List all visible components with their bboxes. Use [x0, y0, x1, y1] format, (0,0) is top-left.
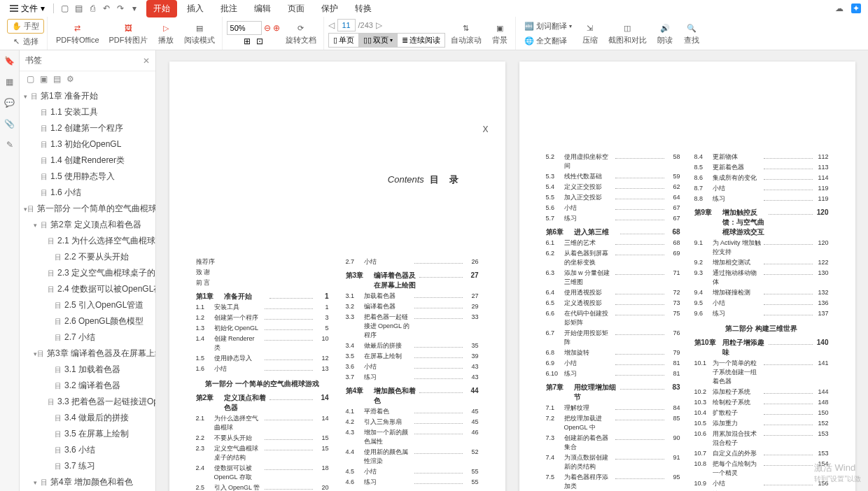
attachment-panel-icon[interactable]: 📎: [4, 118, 16, 130]
translate-full-icon: 🌐: [524, 36, 534, 45]
tab-1[interactable]: 插入: [180, 0, 211, 17]
file-menu[interactable]: 文件 ▾: [6, 1, 49, 16]
toc-entry: 4.3增加一个新的颜色属性46: [346, 428, 479, 446]
toc-entry: 8.4更新物体112: [694, 152, 829, 162]
bookmark-item[interactable]: 目3.2 编译着色器: [20, 378, 155, 394]
tab-2[interactable]: 批注: [214, 0, 244, 17]
find[interactable]: 🔍查找: [679, 20, 704, 47]
bookmark-item[interactable]: 目2.3 定义空气曲棍球桌子的结构: [20, 265, 155, 281]
bookmark-item[interactable]: 目2.4 使数据可以被OpenGL存取: [20, 281, 155, 297]
compress-icon: ⇲: [583, 21, 597, 35]
comment-panel-icon[interactable]: 💬: [4, 97, 16, 109]
view-single[interactable]: ▯单页: [328, 33, 359, 48]
new-bookmark-icon[interactable]: ▢: [27, 74, 34, 84]
compare-icon: ◫: [620, 21, 634, 35]
next-page-icon[interactable]: ▷: [376, 20, 382, 30]
tab-6[interactable]: 转换: [348, 0, 379, 17]
compress[interactable]: ⇲压缩: [578, 20, 603, 47]
bookmark-item[interactable]: ▾目第3章 编译着色器及在屏幕上绘图: [20, 346, 155, 362]
cursor-icon: ↖: [11, 36, 21, 46]
convert-office-icon: ⇄: [71, 21, 85, 35]
zoom-input[interactable]: [227, 21, 262, 35]
fit-page-icon[interactable]: ⊡: [256, 36, 263, 46]
bookmark-item[interactable]: 目2.2 不要从头开始: [20, 249, 155, 265]
prev-page-icon[interactable]: ◁: [328, 20, 335, 30]
bookmark-item[interactable]: ▾目第4章 增加颜色和着色: [20, 474, 155, 490]
thumbnail-panel-icon[interactable]: ▦: [4, 76, 16, 88]
tab-5[interactable]: 保护: [314, 0, 345, 17]
full-translate[interactable]: 🌐全文翻译: [520, 34, 576, 48]
cloud-icon[interactable]: ☁: [834, 3, 844, 13]
bookmark-panel-icon[interactable]: 🔖: [4, 55, 16, 67]
select-tool[interactable]: ↖选择: [7, 35, 44, 48]
menubar: 文件 ▾ ▢ ▤ ⎙ ↶ ↷ ▾ 开始插入批注编辑页面保护转换 ☁ ✦: [0, 0, 868, 17]
bookmark-item[interactable]: 目1.5 使用静态导入: [20, 169, 155, 185]
view-continuous[interactable]: ≣连续阅读: [398, 33, 445, 48]
bookmark-item[interactable]: 目2.5 引入OpenGL管道: [20, 297, 155, 313]
tab-0[interactable]: 开始: [146, 0, 177, 17]
settings-gear-icon[interactable]: ⚙: [66, 74, 74, 84]
bookmark-item[interactable]: 目2.6 OpenGL颜色模型: [20, 313, 155, 329]
close-sidebar-icon[interactable]: ✕: [143, 56, 150, 66]
toc-entry: 8.8练习119: [694, 194, 829, 204]
bookmark-item[interactable]: 目1.3 初始化OpenGL: [20, 136, 155, 152]
undo-icon[interactable]: ↶: [102, 3, 111, 13]
toc-entry: 6.7开始使用投影矩阵76: [546, 329, 680, 347]
word-translate[interactable]: 🔤划词翻译▾: [520, 20, 576, 33]
signature-panel-icon[interactable]: ✎: [4, 138, 16, 151]
print-icon[interactable]: ⎙: [88, 3, 97, 13]
fit-width-icon[interactable]: ⊞: [244, 36, 251, 46]
page-total: /243: [358, 21, 373, 29]
tab-4[interactable]: 页面: [281, 0, 312, 17]
background[interactable]: ▣背景: [487, 20, 512, 47]
single-page-icon: ▯: [333, 36, 337, 45]
toc-entry: 第7章用纹理增加细节83: [546, 383, 680, 402]
toc-entry: 10.9小结156: [694, 479, 829, 488]
bookmark-item[interactable]: 目3.3 把着色器一起链接进OpenGL的程序: [20, 394, 155, 410]
bookmark-item[interactable]: ▾目第1章 准备开始: [20, 88, 155, 104]
hand-tool[interactable]: ✋手型: [7, 19, 44, 34]
document-viewer[interactable]: X Contents目 录 推荐序致 谢前 言第1章准备开始11.1安装工具11…: [156, 50, 868, 491]
bookmark-item[interactable]: 目1.6 小结: [20, 185, 155, 201]
play-button[interactable]: ▷播放: [153, 20, 178, 47]
bookmark-item[interactable]: 目1.4 创建Renderer类: [20, 152, 155, 169]
tab-3[interactable]: 编辑: [247, 0, 278, 17]
page-number-input[interactable]: [337, 19, 356, 31]
toc-entry: 8.5更新着色器113: [694, 163, 829, 172]
bookmark-item[interactable]: ▾目第2章 定义顶点和着色器: [20, 217, 155, 233]
rotate-doc[interactable]: ⟳旋转文档: [281, 20, 321, 47]
toc-entry: 6.6在代码中创建投影矩阵75: [546, 309, 680, 327]
view-double[interactable]: ▯▯双页▾: [359, 33, 398, 48]
toc-entry: 9.3通过拖动移动物体130: [694, 269, 829, 287]
save-icon[interactable]: ▤: [74, 3, 83, 13]
collapse-all-icon[interactable]: ▤: [53, 74, 61, 84]
bookmark-item[interactable]: 目3.6 小结: [20, 442, 155, 458]
more-dropdown-icon[interactable]: ▾: [130, 3, 139, 13]
zoom-in-icon[interactable]: ⊕: [273, 23, 280, 33]
compare[interactable]: ◫截图和对比: [604, 20, 651, 47]
read-aloud[interactable]: 🔊朗读: [652, 20, 678, 47]
bookmark-item[interactable]: 目3.5 在屏幕上绘制: [20, 426, 155, 442]
bookmark-item[interactable]: 目2.7 小结: [20, 329, 155, 346]
expand-all-icon[interactable]: ▣: [40, 74, 48, 84]
bookmark-item[interactable]: 目3.7 练习: [20, 458, 155, 474]
bookmark-item[interactable]: 目2.1 为什么选择空气曲棍球: [20, 233, 155, 249]
chevron-down-icon: ▾: [41, 3, 45, 13]
bookmark-tools: ▢ ▣ ▤ ⚙: [20, 71, 155, 87]
pdf-to-image[interactable]: 🖼PDF转图片: [105, 20, 152, 47]
redo-icon[interactable]: ↷: [115, 3, 125, 13]
user-badge[interactable]: ✦: [851, 3, 861, 13]
autoscroll[interactable]: ⇅自动滚动: [447, 20, 486, 47]
bookmark-item[interactable]: 目1.1 安装工具: [20, 104, 155, 120]
toc-entry: 1.1安装工具1: [196, 303, 329, 312]
zoom-out-icon[interactable]: ⊖: [264, 23, 271, 33]
toc-entry: 第二部分 构建三维世界: [694, 324, 829, 334]
bookmark-item[interactable]: ▾目第一部分 一个简单的空气曲棍球游戏: [20, 201, 155, 217]
open-icon[interactable]: ▢: [59, 3, 69, 13]
pdf-to-office[interactable]: ⇄PDF转Office: [52, 20, 104, 47]
bookmark-item[interactable]: 目3.1 加载着色器: [20, 362, 155, 378]
reading-mode[interactable]: ▤阅读模式: [180, 20, 219, 47]
background-icon: ▣: [493, 21, 507, 35]
bookmark-item[interactable]: 目3.4 做最后的拼接: [20, 410, 155, 426]
bookmark-item[interactable]: 目1.2 创建第一个程序: [20, 120, 155, 136]
